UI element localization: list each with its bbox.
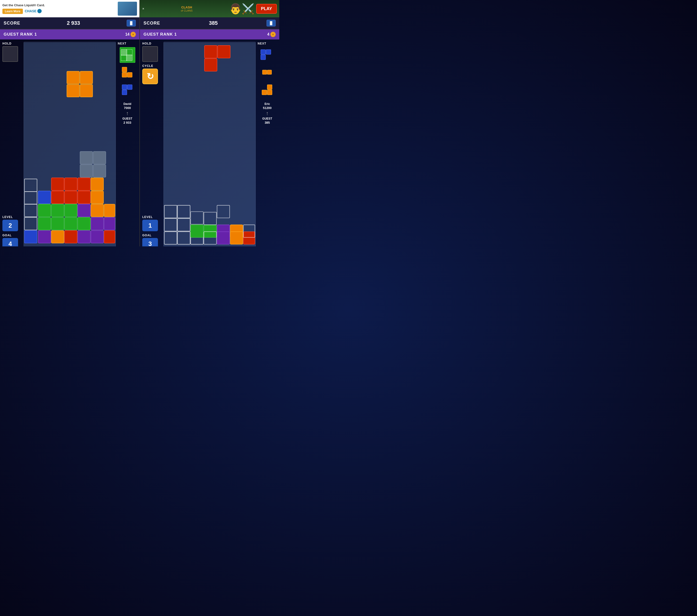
left-goal-section: GOAL 4 (2, 234, 18, 246)
svg-rect-26 (64, 204, 77, 217)
left-coin-icon: ▼ (131, 32, 136, 37)
svg-rect-6 (93, 151, 106, 164)
coc-close-button[interactable]: × (142, 7, 144, 11)
svg-rect-41 (51, 230, 64, 243)
svg-rect-22 (51, 217, 64, 230)
left-ad-content: Get the Chase Liquid® Card. Learn More C… (2, 3, 116, 14)
right-player-score: 385 (265, 121, 270, 124)
left-rank-bar: GUEST RANK 1 14 ▼ (0, 29, 139, 40)
left-next-piece-1 (120, 47, 135, 63)
left-next-label: NEXT (118, 42, 127, 45)
right-next-piece-2 (259, 65, 275, 80)
left-level-section: LEVEL 2 (2, 215, 18, 231)
svg-rect-23 (51, 204, 64, 217)
svg-rect-17 (91, 191, 104, 204)
right-goal-value: 3 (142, 238, 158, 246)
svg-rect-21 (38, 217, 51, 230)
right-lb-arrow: ↑ (266, 110, 269, 117)
left-game-panel: Get the Chase Liquid® Card. Learn More C… (0, 0, 139, 246)
coc-play-button[interactable]: PLAY (256, 4, 277, 14)
left-rank-text: GUEST RANK 1 (4, 32, 125, 37)
right-game-panel: × CLASH of CLANS 👨‍⚔️ PLAY SCORE 385 ▐▌ … (140, 0, 279, 246)
left-board (24, 42, 116, 246)
left-rival-score: 7000 (124, 106, 131, 110)
svg-rect-8 (93, 165, 106, 177)
right-rank-coins: 4 ▼ (267, 32, 276, 37)
right-next-label: NEXT (257, 42, 266, 45)
right-board (163, 42, 256, 246)
svg-rect-45 (127, 55, 132, 60)
svg-rect-4 (80, 85, 92, 97)
left-level-label: LEVEL (2, 215, 13, 219)
svg-rect-15 (78, 191, 90, 204)
svg-rect-38 (104, 230, 115, 243)
svg-rect-37 (64, 230, 77, 243)
left-right-panel: NEXT (118, 42, 137, 246)
svg-rect-44 (122, 50, 127, 55)
svg-rect-16 (91, 178, 104, 190)
left-pause-button[interactable]: ▐▌ (127, 20, 136, 27)
left-goal-value: 4 (2, 238, 18, 246)
right-leaderboard: Eric 51200 ↑ GUEST 385 (262, 102, 272, 124)
right-board-svg (164, 42, 255, 246)
left-rival-name: David (123, 102, 132, 106)
left-side-panel: HOLD LEVEL 2 GOAL 4 (2, 42, 22, 246)
left-score-label: SCORE (4, 21, 20, 26)
svg-rect-56 (122, 85, 127, 90)
svg-rect-28 (91, 217, 104, 230)
right-next-piece-1 (259, 47, 275, 63)
svg-rect-13 (64, 191, 77, 204)
left-hold-box (2, 46, 18, 62)
svg-rect-18 (91, 204, 104, 217)
svg-rect-89 (267, 90, 272, 95)
svg-rect-30 (38, 230, 51, 243)
right-cycle-button[interactable]: ↻ (142, 69, 158, 84)
svg-rect-53 (122, 67, 127, 72)
right-level-label: LEVEL (142, 215, 153, 219)
right-next-piece-3 (259, 82, 275, 98)
right-cycle-label: CYCLE (142, 64, 153, 67)
svg-rect-74 (217, 232, 229, 244)
right-level-value: 1 (142, 220, 158, 231)
svg-rect-61 (218, 45, 230, 58)
right-score-bar: SCORE 385 ▐▌ (140, 17, 279, 29)
right-coin-icon: ▼ (270, 32, 276, 37)
svg-rect-11 (64, 178, 77, 190)
right-right-panel: NEXT (257, 42, 277, 246)
svg-rect-55 (127, 72, 132, 77)
svg-rect-50 (121, 55, 127, 61)
svg-rect-7 (80, 165, 92, 177)
right-cycle-section: CYCLE ↻ (142, 64, 158, 84)
svg-rect-33 (91, 230, 104, 243)
right-pause-icon: ▐▌ (269, 21, 273, 25)
left-hold-label: HOLD (2, 42, 12, 45)
right-goal-label: GOAL (142, 234, 152, 237)
left-next-piece-3 (120, 82, 135, 98)
left-game-area: HOLD LEVEL 2 GOAL 4 (0, 40, 139, 246)
chase-circle-icon (37, 9, 42, 13)
right-rival-name: Eric (265, 102, 270, 106)
svg-rect-24 (64, 217, 77, 230)
right-rank-bar: GUEST RANK 1 4 ▼ (140, 29, 279, 40)
svg-rect-60 (204, 45, 217, 58)
svg-rect-39 (38, 191, 51, 204)
right-level-section: LEVEL 1 (142, 215, 158, 231)
left-player-score: 2 933 (123, 121, 132, 124)
svg-rect-82 (261, 49, 266, 55)
left-ad-banner: Get the Chase Liquid® Card. Learn More C… (0, 0, 139, 17)
svg-rect-20 (38, 204, 51, 217)
learn-more-button[interactable]: Learn More (2, 9, 23, 14)
svg-rect-40 (24, 230, 37, 243)
svg-rect-58 (122, 90, 127, 95)
right-player-name: GUEST (262, 117, 272, 120)
coc-logo-container: CLASH of CLANS (146, 5, 227, 12)
svg-rect-25 (78, 217, 90, 230)
svg-rect-71 (191, 225, 203, 237)
chase-logo: CHASE (25, 9, 42, 13)
right-score-label: SCORE (144, 21, 160, 26)
svg-rect-10 (51, 178, 64, 190)
svg-rect-49 (127, 49, 132, 55)
right-pause-button[interactable]: ▐▌ (267, 20, 276, 27)
right-rank-text: GUEST RANK 1 (144, 32, 267, 37)
left-level-value: 2 (2, 220, 18, 231)
